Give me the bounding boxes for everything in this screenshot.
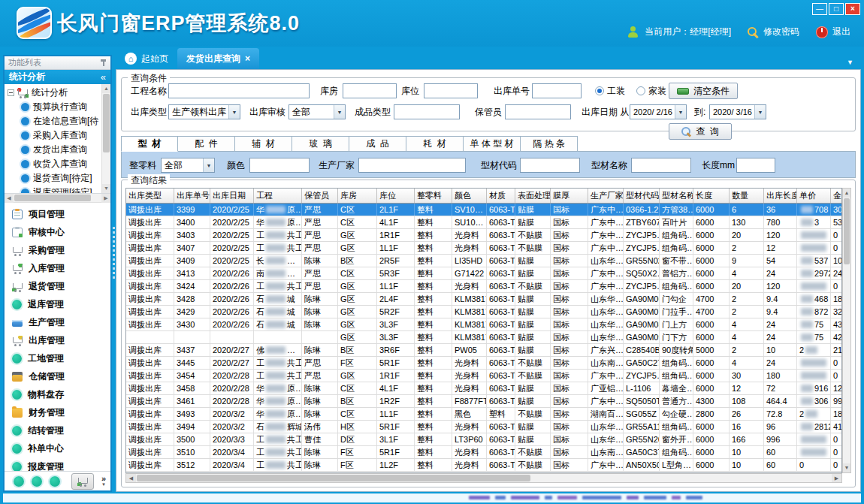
tab-list-caret-icon[interactable]: ▼ xyxy=(847,59,861,69)
date-from-picker[interactable]: 2020/ 2/16 xyxy=(630,104,687,119)
close-button[interactable]: × xyxy=(845,3,860,15)
maximize-button[interactable]: □ xyxy=(829,3,844,15)
tab-发货出库查询[interactable]: 发货出库查询× xyxy=(177,48,259,69)
material-tab[interactable]: 单 体 型 材 xyxy=(464,136,521,152)
pin-icon[interactable] xyxy=(100,59,107,67)
table-row[interactable]: 调拨出库35002020/3/3工共工程曹佳D区3L1F整料LT3P606063… xyxy=(126,433,841,446)
warehouse-input[interactable] xyxy=(343,83,397,98)
sidebar-item-仓储管理[interactable]: 仓储管理 xyxy=(5,367,110,385)
column-header[interactable]: 整零料 xyxy=(415,189,452,203)
table-row[interactable]: G区3L3F整料KLM38176063-T5贴膜国标山东华…GA90M09…门下… xyxy=(126,331,841,344)
length-input[interactable] xyxy=(736,158,775,173)
color-input[interactable] xyxy=(249,158,310,173)
table-row[interactable]: 调拨出库33992020/2/25华原…严思C区2L1F整料SV10…6063-… xyxy=(126,204,841,216)
column-header[interactable]: 出库长度 xyxy=(764,189,797,203)
table-row[interactable]: 调拨出库34282020/2/26石城陈琳G区2L4F整料KLM38176063… xyxy=(126,293,841,306)
out-order-no-input[interactable] xyxy=(532,83,582,98)
scroll-left-icon[interactable]: ◀ xyxy=(126,474,136,482)
radio-gongzhuang[interactable]: 工装 xyxy=(595,83,625,99)
minimize-button[interactable]: — xyxy=(812,3,827,15)
scroll-left-icon[interactable]: ◀ xyxy=(5,194,14,203)
material-tab[interactable]: 隔 热 条 xyxy=(521,136,578,152)
sidebar-item-退货管理[interactable]: 退货管理 xyxy=(5,277,110,295)
column-header[interactable]: 出库单号 xyxy=(174,189,210,203)
sidebar-item-入库管理[interactable]: 入库管理 xyxy=(5,259,110,277)
scroll-up-icon[interactable]: ▲ xyxy=(843,189,850,198)
material-tab[interactable]: 型 材 xyxy=(121,136,178,152)
column-header[interactable]: 数量 xyxy=(730,189,764,203)
tree-item[interactable]: 预算执行查询 xyxy=(8,100,101,114)
column-header[interactable]: 颜色 xyxy=(452,189,487,203)
column-header[interactable]: 生产厂家 xyxy=(588,189,624,203)
column-header[interactable]: 膜厚 xyxy=(551,189,588,203)
table-row[interactable]: 调拨出库34372020/2/27佛…陈琳B区3R6F整料PW056063-T5… xyxy=(126,344,841,357)
column-header[interactable]: 长度 xyxy=(693,189,730,203)
scroll-down-icon[interactable]: ▼ xyxy=(102,184,110,193)
sidebar-item-退库管理[interactable]: 退库管理 xyxy=(5,295,110,313)
audit-select[interactable]: 全部 xyxy=(289,104,346,119)
tree-item[interactable]: 收货入库查询 xyxy=(8,157,101,171)
project-name-input[interactable] xyxy=(168,83,310,98)
column-header[interactable]: 材质 xyxy=(487,189,515,203)
scroll-right-icon[interactable]: ▶ xyxy=(101,194,110,203)
sidebar-item-结转管理[interactable]: 结转管理 xyxy=(5,421,110,439)
column-header[interactable]: 单价 xyxy=(797,189,831,203)
sidebar-item-财务管理[interactable]: 财务管理 xyxy=(5,403,110,421)
column-header[interactable]: 金额 xyxy=(831,189,842,203)
clear-conditions-button[interactable]: 清空条件 xyxy=(669,83,738,99)
tree-item[interactable]: 发货出库查询 xyxy=(8,143,101,157)
table-row[interactable]: 调拨出库34132020/2/26南…严思C区5R3F整料G714226063-… xyxy=(126,267,841,280)
column-header[interactable]: 表面处理 xyxy=(515,189,551,203)
profile-code-input[interactable] xyxy=(520,158,580,173)
tree-expander-icon[interactable] xyxy=(8,89,14,96)
material-tab[interactable]: 配 件 xyxy=(178,136,235,152)
logout-button[interactable]: 退出 xyxy=(816,26,850,38)
dock-module-icon[interactable] xyxy=(32,476,42,487)
table-row[interactable]: 调拨出库34092020/2/25长…陈琳B区2R5F整料LI35HD6063-… xyxy=(126,255,841,267)
sidebar-item-工地管理[interactable]: 工地管理 xyxy=(5,349,110,367)
sidebar-item-审核中心[interactable]: 审核中心 xyxy=(5,223,110,241)
dock-more-button[interactable]: » ▼ xyxy=(101,475,106,487)
tab-起始页[interactable]: ⌂起始页 xyxy=(116,48,177,69)
table-row[interactable]: 调拨出库34612020/2/28华原…陈琳B区1R2F整料F8877FT606… xyxy=(126,395,841,408)
dock-module-icon[interactable] xyxy=(50,476,60,487)
column-header[interactable]: 保管员 xyxy=(302,189,338,203)
tree-item[interactable]: 退货查询[待定] xyxy=(8,171,101,186)
out-type-select[interactable]: 生产领料出库 xyxy=(168,104,240,119)
table-row[interactable]: 调拨出库34932020/3/2华原…陈琳C区1L1F整料黑色塑料不贴膜国标湖南… xyxy=(126,408,841,421)
table-row[interactable]: 调拨出库34242020/2/26工共工程严思G区1L1F整料光身料6063-T… xyxy=(126,280,841,293)
material-tab[interactable]: 辅 材 xyxy=(235,136,292,152)
tree-root-statistics[interactable]: 统计分析 xyxy=(8,86,101,100)
scroll-down-icon[interactable]: ▼ xyxy=(843,463,850,472)
date-to-picker[interactable]: 2020/ 3/16 xyxy=(709,104,766,119)
grid-horizontal-scrollbar[interactable]: ◀ ▶ xyxy=(125,473,842,483)
column-header[interactable]: 型材代码 xyxy=(624,189,660,203)
scroll-thumb[interactable] xyxy=(844,198,850,264)
material-tab[interactable]: 成 品 xyxy=(349,136,406,152)
table-row[interactable]: 调拨出库34002020/2/25华原…严思C区4L1F整料SU10…6063-… xyxy=(126,216,841,229)
column-header[interactable]: 出库日期 xyxy=(210,189,254,203)
change-password-button[interactable]: 修改密码 xyxy=(748,26,799,38)
table-row[interactable]: 调拨出库34542020/2/28工共工程严思G区1R1F整料光身料6063-T… xyxy=(126,370,841,382)
dock-cart-button[interactable] xyxy=(71,473,94,490)
tree-horizontal-scrollbar[interactable]: ◀ ▶ xyxy=(5,194,110,203)
tree-vertical-scrollbar[interactable]: ▲ ▼ xyxy=(101,84,110,193)
scroll-thumb[interactable] xyxy=(103,94,110,152)
whole-part-select[interactable]: 全部 xyxy=(161,158,215,173)
sidebar-item-报废管理[interactable]: 报废管理 xyxy=(5,457,110,471)
table-row[interactable]: 调拨出库34582020/2/28华原…陈琳C区4L1F整料光身料6063-T5… xyxy=(126,382,841,395)
sidebar-group-header[interactable]: 统计分析 « xyxy=(5,70,110,84)
grid-vertical-scrollbar[interactable]: ▲ ▼ xyxy=(842,188,851,473)
tab-close-icon[interactable]: × xyxy=(245,53,250,64)
table-row[interactable]: 调拨出库34292020/2/26石城陈琳G区5R2F整料KLM38176063… xyxy=(126,306,841,318)
column-header[interactable]: 出库类型 xyxy=(126,189,174,203)
dock-module-icon[interactable] xyxy=(14,476,24,487)
table-row[interactable]: 调拨出库34032020/2/25工共工程严思G区1R1F整料光身料6063-T… xyxy=(126,229,841,242)
scroll-up-icon[interactable]: ▲ xyxy=(102,84,110,93)
tree-item[interactable]: 采购入库查询 xyxy=(8,128,101,143)
column-header[interactable]: 库位 xyxy=(377,189,415,203)
keeper-input[interactable] xyxy=(505,104,571,119)
column-header[interactable]: 库房 xyxy=(338,189,377,203)
tree-item[interactable]: 退库管理[待定] xyxy=(8,186,101,193)
material-tab[interactable]: 耗 材 xyxy=(406,136,464,152)
